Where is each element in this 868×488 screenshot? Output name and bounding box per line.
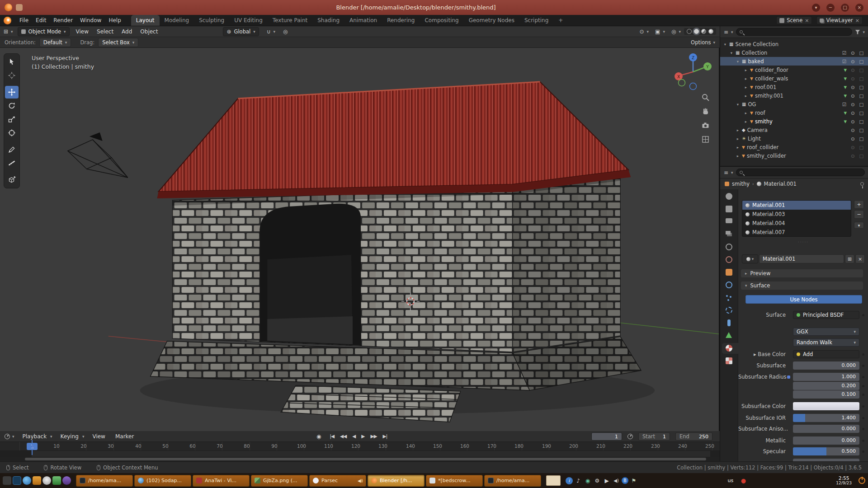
breadcrumb-object[interactable]: smithy: [732, 181, 750, 187]
tab-material[interactable]: [726, 345, 732, 352]
tab-geometry-nodes[interactable]: Geometry Nodes: [464, 15, 519, 26]
taskbar-window-text-editor[interactable]: *[bedscrow...: [426, 475, 483, 487]
surface-section-header[interactable]: ▾ Surface: [741, 282, 863, 290]
outliner-row-baked[interactable]: ▾ ▦ baked ☑ ⊙ □: [720, 57, 868, 66]
metallic-slider[interactable]: 0.000: [793, 436, 859, 445]
zoom-icon[interactable]: [701, 93, 710, 102]
navigation-gizmo[interactable]: Z Y X: [673, 52, 713, 94]
taskbar-window-blender[interactable]: Blender [/h...: [368, 475, 425, 487]
proportional-editing-icon[interactable]: ◎: [283, 28, 288, 35]
options-dropdown[interactable]: Options ▾: [691, 39, 715, 46]
auto-keying-button[interactable]: ◉: [316, 433, 321, 440]
disable-render-toggle[interactable]: □: [858, 153, 865, 159]
disclosure-icon[interactable]: ▸: [744, 111, 748, 115]
menu-edit[interactable]: Edit: [32, 15, 50, 26]
disclosure-icon[interactable]: ▾: [723, 42, 727, 47]
camera-object[interactable]: [68, 132, 128, 178]
window-maximize-button[interactable]: □: [841, 4, 849, 12]
taskbar-window-terminal-1[interactable]: /home/ama...: [76, 475, 133, 487]
taskbar-window-terminal-2[interactable]: /home/ama...: [484, 475, 541, 487]
drag-select[interactable]: Select Box ▾: [98, 38, 138, 47]
disable-render-toggle[interactable]: □: [858, 145, 865, 150]
outliner-row-camera[interactable]: ▸ ◆ Camera ⊙ □: [720, 126, 868, 134]
tab-modifiers[interactable]: [726, 282, 732, 288]
snap-toggle[interactable]: ∪ ▾: [264, 28, 278, 36]
outliner-row-scene-collection[interactable]: ▾ ▦ Scene Collection: [720, 40, 868, 48]
outliner-row-collider-floor[interactable]: ▸ ▼ collider_floor ▼ ⊙ □: [720, 66, 868, 74]
decorator-dot[interactable]: [862, 417, 864, 419]
keyboard-layout-indicator[interactable]: us: [728, 478, 734, 483]
decorator-dot[interactable]: [862, 353, 864, 356]
decorator-dot[interactable]: [862, 405, 864, 408]
material-slot[interactable]: Material.001: [742, 201, 851, 210]
hide-eye-toggle[interactable]: ⊙: [849, 145, 856, 150]
hide-eye-toggle[interactable]: ⊙: [849, 119, 856, 124]
menu-keying[interactable]: Keying▾: [59, 433, 85, 440]
tab-world[interactable]: [726, 256, 732, 263]
current-frame-field[interactable]: 1: [591, 432, 622, 441]
3d-scene[interactable]: [0, 48, 719, 431]
tab-render[interactable]: [726, 206, 732, 212]
specular-slider[interactable]: 0.500: [793, 447, 859, 455]
subsurface-ior-slider[interactable]: 1.400: [793, 414, 859, 422]
menu-window[interactable]: Window: [76, 15, 105, 26]
tab-shading[interactable]: Shading: [312, 15, 344, 26]
tab-texture[interactable]: [726, 357, 732, 364]
remove-slot-button[interactable]: −: [854, 210, 864, 219]
expand-icon[interactable]: ▸: [754, 351, 756, 357]
hide-eye-toggle[interactable]: ⊙: [849, 93, 856, 99]
disclosure-icon[interactable]: ▸: [744, 94, 748, 98]
decorator-dot[interactable]: [862, 450, 864, 453]
viewlayer-selector[interactable]: ViewLayer ×: [816, 16, 863, 24]
play-reverse-button[interactable]: ◀: [352, 433, 355, 440]
tray-recording-icon[interactable]: ●: [739, 477, 747, 484]
scrollbar-thumb[interactable]: [25, 458, 706, 460]
launcher-icon-files[interactable]: [33, 476, 41, 485]
scene-selector[interactable]: Scene ×: [776, 16, 812, 24]
outliner-search-input[interactable]: [736, 28, 853, 36]
tray-volume-icon[interactable]: ◀): [612, 478, 620, 483]
menu-object[interactable]: Object: [138, 28, 160, 35]
pin-icon[interactable]: [860, 182, 864, 186]
menu-view[interactable]: View: [74, 28, 90, 35]
disclosure-icon[interactable]: ▸: [736, 128, 740, 132]
tab-particles[interactable]: [726, 294, 732, 301]
tray-music-icon[interactable]: ♪: [574, 478, 582, 484]
tab-compositing[interactable]: Compositing: [420, 15, 463, 26]
tool-add-cube[interactable]: [5, 174, 19, 186]
tab-animation[interactable]: Animation: [344, 15, 382, 26]
hide-eye-toggle[interactable]: ⊙: [849, 102, 856, 107]
tray-screenshot-icon[interactable]: ◉: [584, 478, 592, 484]
disable-render-toggle[interactable]: □: [858, 136, 865, 141]
menu-timeline-view[interactable]: View: [90, 433, 107, 440]
blender-logo-icon[interactable]: [4, 17, 11, 24]
hide-eye-toggle[interactable]: ⊙: [849, 84, 856, 90]
decorator-dot[interactable]: [862, 440, 864, 442]
material-slot[interactable]: Material.007: [742, 228, 851, 237]
browse-material-button[interactable]: ▾: [742, 254, 758, 263]
tab-layout[interactable]: Layout: [131, 15, 160, 26]
tray-info-icon[interactable]: i: [566, 477, 573, 484]
subsurface-slider[interactable]: 0.000: [793, 361, 859, 370]
camera-view-icon[interactable]: [701, 121, 710, 130]
outliner-row-collection[interactable]: ▾ ▦ Collection ☑ ⊙ □: [720, 48, 868, 57]
shading-material-icon[interactable]: [701, 29, 706, 34]
outliner-row-collider-wals[interactable]: ▸ ▼ collider_wals ▼ ⊙ □: [720, 74, 868, 83]
menu-playback[interactable]: Playback▾: [21, 433, 52, 440]
tool-transform[interactable]: [5, 127, 19, 139]
preview-range-icon[interactable]: [627, 434, 633, 439]
breadcrumb-material[interactable]: Material.001: [764, 181, 797, 187]
subsurface-aniso-slider[interactable]: 0.000: [793, 425, 859, 433]
tab-object-data[interactable]: [726, 332, 732, 338]
disable-render-toggle[interactable]: □: [858, 59, 865, 64]
disclosure-icon[interactable]: ▸: [736, 145, 740, 150]
tab-output[interactable]: [726, 218, 732, 223]
tab-constraints[interactable]: [727, 319, 731, 326]
subsurface-radius-y[interactable]: 0.200: [793, 382, 859, 390]
add-slot-button[interactable]: +: [854, 200, 864, 209]
menu-render[interactable]: Render: [50, 15, 76, 26]
ortho-grid-icon[interactable]: [701, 135, 710, 144]
outliner-row-smithy-001[interactable]: ▸ ▼ smithy.001 ▼ ⊙ □: [720, 91, 868, 100]
tab-object[interactable]: [726, 269, 732, 276]
disclosure-icon[interactable]: ▾: [736, 59, 740, 64]
